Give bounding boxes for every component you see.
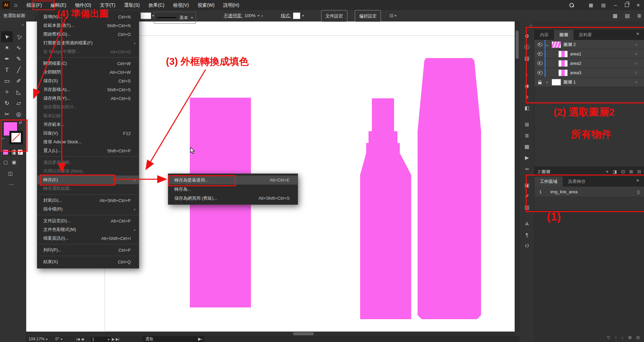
selection-tool[interactable]: ➤ xyxy=(1,31,13,42)
menubar-menu[interactable]: 說明(H) xyxy=(219,0,244,10)
vertical-scrollbar[interactable] xyxy=(515,21,519,332)
panel-tab[interactable]: 工作區域 xyxy=(534,177,563,187)
pattern-panel-icon[interactable]: ⊞ xyxy=(519,119,534,130)
visibility-toggle[interactable] xyxy=(537,43,543,46)
links-panel-icon[interactable]: ∞ xyxy=(519,163,534,174)
file-menu-item[interactable]: 結束(X) Ctrl+Q › xyxy=(37,257,139,266)
file-menu-item[interactable]: 文件設定(D)... Alt+Ctrl+P › xyxy=(37,216,139,225)
layer-name[interactable]: area1 xyxy=(570,51,633,56)
file-menu-item[interactable]: › xyxy=(37,243,139,246)
file-menu-item[interactable]: 從範本新增(T)... Shift+Ctrl+N › xyxy=(37,21,139,30)
type-tool[interactable]: T xyxy=(1,64,13,76)
last-artboard-icon[interactable]: ▶| xyxy=(116,337,119,341)
more-options-control[interactable]: ⊡ ▾ xyxy=(390,10,396,21)
layer-thumbnail[interactable] xyxy=(558,69,568,76)
home-icon[interactable]: ⌂ xyxy=(14,2,17,8)
lasso-tool[interactable]: ∿ xyxy=(13,42,25,53)
expand-chevron-icon[interactable]: ⌄ xyxy=(545,42,549,47)
file-menu-item[interactable]: 回復(V) F12 › xyxy=(37,129,139,138)
line-segment-tool[interactable]: ╱ xyxy=(13,64,25,76)
file-menu-item[interactable]: 儲存選取的切片... › xyxy=(37,103,139,111)
panel-menu-icon[interactable]: ≡ xyxy=(636,31,639,36)
layer-row[interactable]: area3 ○ xyxy=(534,68,644,78)
first-artboard-icon[interactable]: |◀ xyxy=(76,337,80,341)
status-expand-icon[interactable]: › xyxy=(201,336,203,342)
submenu-item[interactable]: 轉存為螢幕適用... Alt+Ctrl+E xyxy=(168,176,298,185)
opacity-value[interactable]: 100% xyxy=(245,13,256,18)
default-fill-stroke-icon[interactable]: ▪▫ xyxy=(2,137,4,140)
file-menu-item[interactable]: › xyxy=(37,193,139,196)
filter-icon[interactable]: ▽ xyxy=(607,335,610,340)
file-menu-item[interactable]: 打開最近使用過的檔案(F) › xyxy=(37,39,139,47)
file-menu-item[interactable]: › xyxy=(37,56,139,59)
menubar-menu[interactable]: 物件(O) xyxy=(71,0,95,10)
file-menu-item[interactable]: › xyxy=(37,155,139,158)
eraser-tool[interactable]: ◺ xyxy=(13,87,25,98)
arrange-documents-icon[interactable]: ▦ xyxy=(589,2,593,8)
rotation-dropdown[interactable]: 0° ▾ xyxy=(55,336,62,342)
pathfinder-panel-icon[interactable]: ▦ xyxy=(519,141,534,152)
file-menu-item[interactable]: 文件色彩模式(M) › xyxy=(37,225,139,234)
layer-thumbnail[interactable] xyxy=(552,79,561,86)
gradient-mode-button[interactable] xyxy=(10,149,16,155)
file-menu-item[interactable]: 全部關閉 Alt+Ctrl+W › xyxy=(37,68,139,77)
brushes-panel-icon[interactable]: ✐ xyxy=(519,191,534,202)
asset-export-panel-icon[interactable]: ▣ xyxy=(519,180,534,191)
prev-artboard-icon[interactable]: ◀ xyxy=(81,337,84,341)
horizontal-scrollbar-thumb[interactable] xyxy=(293,332,314,335)
rectangle-tool[interactable]: ▭ xyxy=(1,76,13,87)
scissors-tool[interactable]: ✂ xyxy=(1,109,13,120)
file-menu-item[interactable]: 指令檔(R) › xyxy=(37,205,139,213)
menubar-menu[interactable]: 檢視(V) xyxy=(169,0,193,10)
horizontal-scrollbar[interactable] xyxy=(26,332,515,336)
move-up-icon[interactable]: ↑ xyxy=(615,335,617,340)
file-menu-item[interactable]: 邀請參與編輯... › xyxy=(37,158,139,167)
workspace-switch-icon[interactable]: ▤ xyxy=(625,13,630,19)
panel-menu-icon[interactable]: ≡ xyxy=(636,178,639,183)
draw-normal-icon[interactable]: ▢ xyxy=(3,159,8,165)
submenu-item[interactable]: 轉存為... xyxy=(168,185,298,194)
arrange-grid-icon[interactable]: ▦ xyxy=(613,13,617,19)
color-mode-button[interactable] xyxy=(3,149,8,155)
layer-thumbnail[interactable] xyxy=(552,41,561,48)
minimize-button[interactable]: ─ xyxy=(610,0,621,10)
file-menu-item[interactable]: 封裝(G)... Alt+Shift+Ctrl+P › xyxy=(37,196,139,205)
file-menu-item[interactable]: › xyxy=(37,213,139,216)
visibility-toggle[interactable] xyxy=(537,80,543,84)
none-mode-button[interactable] xyxy=(17,149,23,155)
artboard-name[interactable]: img_link_area xyxy=(550,189,577,194)
brush-definition-dropdown[interactable]: 基本 ▾ xyxy=(154,12,196,23)
target-circle-icon[interactable]: ○ xyxy=(635,61,638,66)
visibility-toggle[interactable] xyxy=(537,61,543,65)
artboard-row[interactable]: 1 img_link_area ▯ xyxy=(534,187,644,197)
file-menu-item[interactable]: › xyxy=(37,254,139,257)
file-menu-item[interactable]: 關閉檔案(C) Ctrl+W › xyxy=(37,59,139,68)
file-menu-item[interactable]: 檔案資訊(I)... Alt+Shift+Ctrl+I › xyxy=(37,234,139,243)
edit-toolbar-icon[interactable]: ⋯ xyxy=(9,182,14,188)
shaper-tool[interactable]: ✧ xyxy=(1,87,13,98)
magenta-bottle-shape-large[interactable] xyxy=(418,58,481,319)
layer-row[interactable]: area1 ○ xyxy=(534,49,644,59)
layer-row[interactable]: ⌄ 圖層 2 ○ xyxy=(534,40,644,49)
gradient-panel-icon[interactable]: ◉ xyxy=(519,80,534,91)
expand-chevron-icon[interactable]: › xyxy=(545,80,549,85)
visibility-toggle[interactable] xyxy=(537,71,543,75)
restore-button[interactable] xyxy=(621,0,633,10)
preferences-button[interactable]: 偏好設定 xyxy=(355,10,381,22)
panel-tab[interactable]: 圖層 xyxy=(554,30,573,40)
document-setup-button[interactable]: 文件設定 xyxy=(321,10,347,22)
settings-gear-icon[interactable]: ⚙ xyxy=(519,31,534,42)
workspace-panels-icon[interactable]: ▤ xyxy=(601,2,606,8)
panel-tab[interactable]: 資產轉存 xyxy=(563,177,591,187)
layer-name[interactable]: area2 xyxy=(570,61,633,66)
paintbrush-tool[interactable]: ✐ xyxy=(13,76,25,87)
delete-layer-icon[interactable]: ⊟ xyxy=(637,169,641,175)
transparency-panel-icon[interactable]: ◧ xyxy=(519,102,534,113)
move-down-icon[interactable]: ↓ xyxy=(621,335,624,340)
zoom-tool[interactable]: ◎ xyxy=(13,109,25,120)
layer-name[interactable]: 圖層 1 xyxy=(563,79,633,85)
make-mask-icon[interactable]: ◨ xyxy=(613,169,617,175)
menubar-menu[interactable]: 檔案(F) xyxy=(22,0,46,10)
expand-arrow-icon[interactable]: › xyxy=(261,13,263,18)
scale-tool[interactable]: ▱ xyxy=(13,98,25,109)
